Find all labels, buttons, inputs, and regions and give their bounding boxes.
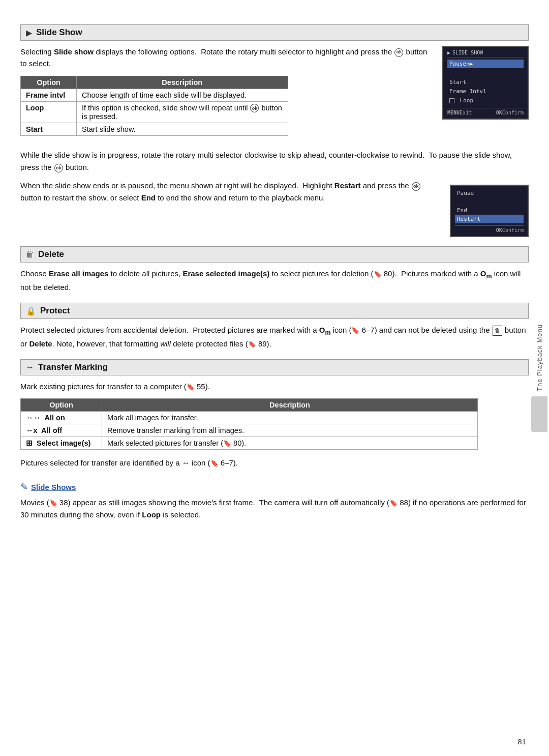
desc-frame-intvl: Choose length of time each slide will be… [77, 89, 288, 101]
pause-layout: When the slide show ends or is paused, t… [20, 180, 529, 237]
table-row: ↔↔ All on Mark all images for transfer. [21, 412, 478, 424]
protect-header: 🔒 Protect [20, 303, 529, 319]
note-pencil-icon: ✎ [20, 481, 28, 492]
table-row: Loop If this option is checked, slide sh… [21, 101, 288, 123]
transfer-footer-para: Pictures selected for transfer are ident… [20, 457, 529, 469]
ok-restart-icon: ok [412, 182, 420, 191]
right-sidebar: The Playback Menu [530, 0, 549, 756]
ref-icon-movies: 🔖 [49, 499, 57, 507]
slide-show-intro: Selecting Slide show displays the follow… [20, 46, 432, 70]
cam-title-slideshow: ▶ SLIDE SHOW [447, 50, 524, 57]
camera-ui-pause: Pause End Restart OKConfirm [450, 185, 529, 237]
transfer-option-allon: ↔↔ All on [21, 412, 102, 424]
cam-checkbox-loop [449, 98, 454, 103]
ok-inline-icon: ok [250, 104, 259, 112]
desc-start: Start slide show. [77, 123, 288, 136]
select-icon: ⊞ [26, 439, 33, 447]
page-number: 81 [517, 737, 526, 746]
cam-footer-slideshow: MENUExit OKConfirm [447, 108, 524, 115]
transfer-desc-select: Mark selected pictures for transfer (🔖 8… [102, 437, 478, 450]
note-slide-shows: ✎ Slide Shows Movies (🔖 38) appear as st… [20, 481, 529, 521]
transfer-intro: Mark existing pictures for transfer to a… [20, 381, 529, 392]
transfer-option-alloff: ↔x All off [21, 424, 102, 437]
trash-inline-icon: 🗑 [493, 326, 502, 336]
cam-menu-exit: MENUExit [447, 110, 472, 115]
option-start: Start [21, 123, 77, 136]
protect-icon: 🔒 [26, 306, 36, 316]
transfer-col-option: Option [21, 399, 102, 412]
cam-title-text: SLIDE SHOW [452, 50, 483, 55]
ref-icon-protect2: 🔖 [248, 340, 256, 348]
ref-icon-transfer2: 🔖 [210, 459, 219, 467]
delete-title: Delete [38, 249, 64, 259]
option-loop: Loop [21, 101, 77, 123]
transfer-title: Transfer Marking [38, 362, 108, 372]
table-row: ↔x All off Remove transfer marking from … [21, 424, 478, 437]
note-description: Movies (🔖 38) appear as still images sho… [20, 497, 529, 521]
desc-loop: If this option is checked, slide show wi… [77, 101, 288, 123]
cam-item-start: Start [447, 78, 524, 86]
ref-icon-auto: 🔖 [389, 499, 398, 507]
delete-header: 🗑 Delete [20, 246, 529, 263]
slide-show-left: Selecting Slide show displays the follow… [20, 46, 432, 143]
cam-slideshow-icon: ▶ [447, 50, 450, 55]
protect-description: Protect selected pictures from accidenta… [20, 324, 529, 350]
protect-section: 🔒 Protect Protect selected pictures from… [20, 303, 529, 350]
delete-description: Choose Erase all images to delete all pi… [20, 268, 529, 294]
transfer-desc-alloff: Remove transfer marking from all images. [102, 424, 478, 437]
col-option: Option [21, 76, 77, 89]
cam-footer-pause: OKConfirm [455, 225, 524, 233]
ok-pause-icon: ok [54, 164, 63, 172]
slide-show-icon: ▶ [26, 28, 32, 38]
delete-icon: 🗑 [26, 250, 34, 259]
cam-ok-confirm: OKConfirm [496, 110, 524, 115]
transfer-icon: ↔ [26, 363, 34, 372]
col-description: Description [77, 76, 288, 89]
table-row: ⊞ Select image(s) Mark selected pictures… [21, 437, 478, 450]
ok-button-icon: ok [394, 48, 403, 57]
cam-pause-blank [455, 197, 524, 206]
note-header: ✎ Slide Shows [20, 481, 529, 492]
ref-icon-select: 🔖 [223, 440, 231, 447]
transfer-desc-allon: Mark all images for transfer. [102, 412, 478, 424]
cam-pause-confirm: OKConfirm [496, 227, 524, 233]
cam-item-blank [447, 69, 524, 77]
table-row: Frame intvl Choose length of time each s… [21, 89, 288, 101]
slide-show-table: Option Description Frame intvl Choose le… [20, 76, 288, 136]
sidebar-tab [531, 396, 547, 432]
cam-item-loop: Loop [447, 96, 524, 105]
all-off-icon: ↔x [26, 426, 38, 434]
all-on-icon: ↔↔ [26, 414, 41, 422]
cam-end-item: End [455, 206, 524, 215]
transfer-col-description: Description [102, 399, 478, 412]
slide-show-section: ▶ Slide Show Selecting Slide show displa… [20, 24, 529, 237]
delete-section: 🗑 Delete Choose Erase all images to dele… [20, 246, 529, 294]
table-row: Start Start slide show. [21, 123, 288, 136]
ref-icon-delete: 🔖 [374, 270, 382, 278]
transfer-header: ↔ Transfer Marking [20, 359, 529, 375]
option-frame-intvl: Frame intvl [21, 89, 77, 101]
ref-icon-protect1: 🔖 [351, 327, 359, 334]
cam-item-pause: Pause→▶ [447, 60, 524, 68]
transfer-table: Option Description ↔↔ All on Mark all im… [20, 398, 478, 450]
note-title: Slide Shows [31, 483, 76, 491]
sidebar-label: The Playback Menu [536, 324, 543, 391]
cam-restart-item: Restart [455, 215, 524, 223]
cam-pause-text: Pause [455, 189, 524, 197]
transfer-option-select: ⊞ Select image(s) [21, 437, 102, 450]
progress-para: While the slide show is in progress, rot… [20, 149, 529, 173]
slide-show-header: ▶ Slide Show [20, 24, 529, 41]
protect-title: Protect [40, 306, 70, 316]
transfer-section: ↔ Transfer Marking Mark existing picture… [20, 359, 529, 469]
ref-icon-transfer: 🔖 [187, 383, 195, 391]
cam-item-frame: Frame Intvl [447, 87, 524, 96]
camera-ui-slideshow: ▶ SLIDE SHOW Pause→▶ Start Frame Intvl L… [442, 46, 529, 120]
slide-show-content: Selecting Slide show displays the follow… [20, 46, 529, 143]
pause-para: When the slide show ends or is paused, t… [20, 180, 440, 204]
slide-show-title: Slide Show [36, 27, 82, 38]
